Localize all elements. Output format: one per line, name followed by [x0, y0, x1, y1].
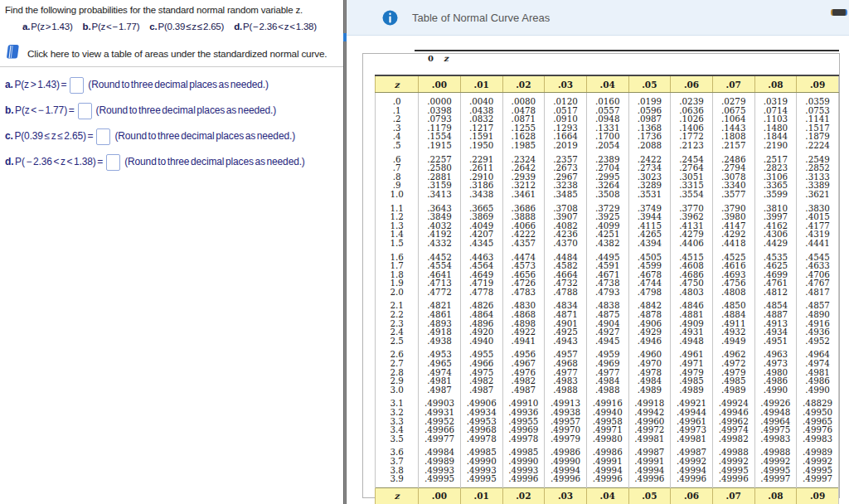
area-value-cell: .0239: [671, 97, 713, 106]
part-expression: P( − 2.36 < z < 1.38): [243, 22, 317, 32]
area-value-cell: .0080: [502, 97, 545, 106]
area-value-cell: .4783: [502, 288, 545, 297]
area-value-cell: .3438: [460, 190, 502, 199]
area-value-cell: .0319: [754, 97, 797, 106]
area-value-cell: .49978: [460, 434, 502, 443]
area-value-cell: .49992: [797, 457, 839, 466]
area-value-cell: .4990: [797, 385, 839, 395]
column-header-cell: .02: [502, 487, 545, 504]
problem-panel: Find the following probabilities for the…: [0, 0, 343, 504]
column-header-cell: .03: [545, 75, 587, 93]
area-value-cell: .2054: [586, 141, 628, 150]
area-value-cell: .0120: [545, 97, 587, 106]
table-row: 1.0.3413.3438.3461.3485.3508.3531.3554.3…: [376, 190, 839, 199]
answer-input-b[interactable]: [78, 103, 92, 119]
answer-input-d[interactable]: [106, 154, 120, 171]
area-value-cell: .4441: [797, 239, 839, 248]
table-panel: Table of Normal Curve Areas 0 z z.00.01.…: [347, 0, 849, 504]
corner-z-label: z: [376, 75, 419, 93]
area-value-cell: .1915: [419, 141, 461, 150]
area-value-cell: .0040: [460, 97, 502, 106]
area-value-cell: .2190: [754, 141, 797, 150]
area-value-cell: .49982: [712, 434, 754, 443]
part-label: c.: [149, 22, 157, 32]
area-value-cell: .3413: [419, 190, 461, 199]
answer-input-c[interactable]: [96, 128, 110, 145]
column-header-cell: .04: [586, 75, 628, 93]
part-expression: P(z < − 1.77): [91, 22, 139, 32]
area-value-cell: .4798: [628, 288, 671, 297]
part-label: b.: [83, 22, 91, 32]
area-value-cell: .3599: [754, 190, 797, 199]
area-value-cell: .4803: [671, 288, 713, 297]
area-value-cell: .4987: [502, 385, 545, 395]
area-value-cell: .49992: [712, 457, 754, 466]
area-value-cell: .2123: [671, 141, 713, 150]
curve-axis-line: [415, 50, 839, 51]
table-row: 3.2.49931.49934.49936.49938.49940.49942.…: [376, 408, 839, 417]
area-value-cell: .0359: [797, 97, 839, 106]
area-value-cell: .2019: [545, 141, 587, 150]
axis-label-z: z: [444, 54, 449, 63]
area-value-cell: .4429: [754, 239, 797, 248]
column-header-cell: .01: [460, 487, 502, 504]
table-row: 2.5.4938.4940.4941.4943.4945.4946.4948.4…: [376, 337, 839, 346]
parts-line: a. P(z > 1.43) b. P(z < − 1.77) c. P(0.3…: [22, 22, 342, 32]
column-header-cell: .08: [754, 487, 797, 504]
area-value-cell: .49979: [545, 434, 587, 443]
table-row: 3.7.49989.49990.49990.49990.49991.49991.…: [376, 457, 839, 466]
area-value-cell: .49950: [797, 408, 839, 417]
area-value-cell: .4949: [712, 337, 754, 346]
table-row: 1.5.4332.4345.4357.4370.4382.4394.4406.4…: [376, 239, 839, 248]
area-value-cell: .4940: [460, 337, 502, 346]
table-link-text[interactable]: Click here to view a table of areas unde…: [27, 48, 327, 60]
area-value-cell: .3531: [628, 190, 671, 199]
round-hint: (Round to three decimal places as needed…: [124, 156, 305, 167]
question-expression: P(z < − 1.77) =: [15, 104, 74, 116]
area-value-cell: .2224: [797, 141, 839, 150]
question-label: d.: [5, 156, 13, 167]
part-b: b. P(z < − 1.77): [83, 22, 140, 32]
minimize-button[interactable]: [831, 9, 847, 16]
question-expression: P( − 2.36 < z < 1.38) =: [15, 156, 103, 167]
column-header-cell: .00: [419, 487, 461, 504]
area-value-cell: .49989: [419, 457, 461, 466]
area-value-cell: .4943: [545, 337, 587, 346]
part-label: d.: [234, 22, 242, 32]
round-hint: (Round to three decimal places as needed…: [114, 130, 295, 142]
column-header-cell: .05: [628, 487, 671, 504]
column-header-cell: .08: [754, 75, 797, 93]
area-value-cell: .3554: [671, 190, 713, 199]
area-value-cell: .4987: [419, 385, 461, 395]
answer-input-a[interactable]: [70, 77, 84, 94]
area-value-cell: .49977: [419, 434, 461, 443]
area-value-cell: .4989: [712, 385, 754, 395]
question-row-a: a. P(z > 1.43) =(Round to three decimal …: [5, 75, 269, 94]
area-value-cell: .0160: [586, 97, 628, 106]
area-value-cell: .49991: [586, 457, 628, 466]
question-label: a.: [5, 79, 13, 90]
table-link[interactable]: Click here to view a table of areas unde…: [5, 44, 327, 63]
area-value-cell: .4817: [797, 288, 839, 297]
area-value-cell: .49983: [754, 434, 797, 443]
area-value-cell: .4938: [419, 337, 461, 346]
area-value-cell: .4418: [712, 239, 754, 248]
area-value-cell: .49980: [586, 434, 628, 443]
area-value-cell: .49944: [671, 408, 713, 417]
axis-label-zero: 0: [428, 54, 434, 63]
area-value-cell: .4370: [545, 239, 587, 248]
area-value-cell: .4988: [586, 385, 628, 395]
z-value-cell: 2.5: [376, 337, 419, 346]
table-row: .0.0000.0040.0080.0120.0160.0199.0239.02…: [376, 97, 839, 106]
question-row-b: b. P(z < − 1.77) =(Round to three decima…: [5, 101, 276, 119]
area-value-cell: .49983: [797, 434, 839, 443]
column-header-cell: .09: [797, 75, 839, 93]
area-value-cell: .49938: [545, 408, 587, 417]
info-icon: [382, 10, 398, 29]
area-value-cell: .49940: [586, 408, 628, 417]
part-d: d. P( − 2.36 < z < 1.38): [234, 22, 317, 32]
area-value-cell: .49997: [797, 474, 839, 483]
area-value-cell: .4332: [419, 239, 461, 248]
area-value-cell: .49978: [502, 434, 545, 443]
area-value-cell: .49936: [502, 408, 545, 417]
